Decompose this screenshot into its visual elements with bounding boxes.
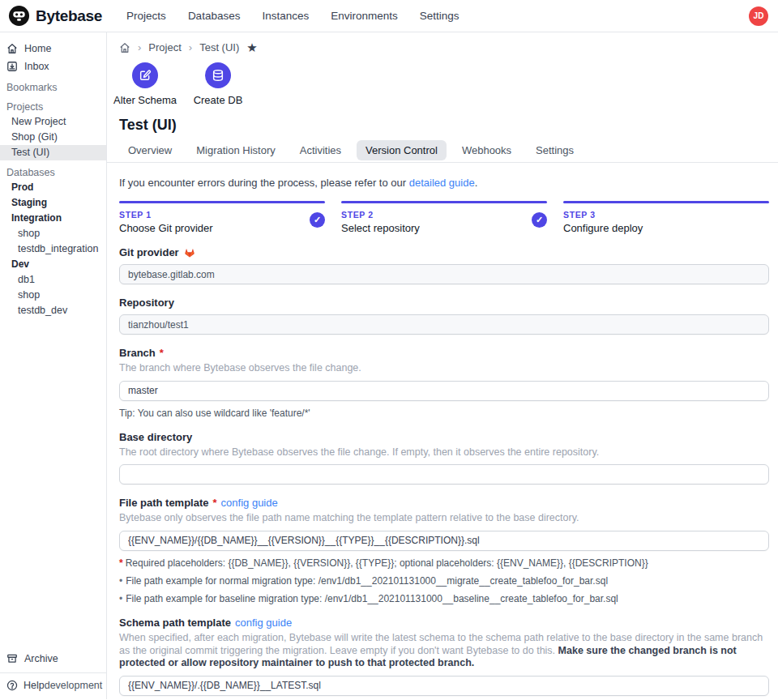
bytebase-logo-icon	[8, 5, 30, 27]
sidebar-db-shop[interactable]: shop	[0, 226, 106, 241]
step-2-title: Select repository	[341, 222, 547, 234]
create-db-button[interactable]: Create DB	[192, 62, 244, 106]
sidebar-item-shop-git[interactable]: Shop (Git)	[0, 130, 106, 145]
edit-square-icon	[139, 69, 152, 82]
repository-label: Repository	[119, 297, 174, 309]
breadcrumb-separator: ›	[138, 41, 141, 53]
branch-field: Branch * The branch where Bytebase obser…	[119, 347, 769, 419]
notice-suffix: .	[475, 177, 478, 189]
alter-schema-button[interactable]: Alter Schema	[119, 62, 171, 106]
bytebase-logo[interactable]: Bytebase	[8, 5, 102, 27]
repository-input	[119, 314, 769, 335]
sidebar-item-label: Inbox	[24, 61, 49, 72]
tab-migration-history[interactable]: Migration History	[187, 140, 284, 160]
sidebar-item-inbox[interactable]: Inbox	[0, 58, 106, 75]
nav-environments[interactable]: Environments	[331, 10, 398, 22]
required-asterisk: *	[213, 497, 217, 509]
tab-webhooks[interactable]: Webhooks	[453, 140, 520, 160]
base-directory-helper: The root directory where Bytebase observ…	[119, 446, 769, 459]
sidebar-db-testdb-integration[interactable]: testdb_integration	[0, 241, 106, 257]
breadcrumb-home-icon[interactable]	[119, 42, 130, 53]
tab-settings[interactable]: Settings	[527, 140, 583, 160]
git-provider-field: Git provider	[119, 246, 769, 284]
notice-text: If you encounter errors during the proce…	[119, 177, 409, 189]
nav-settings[interactable]: Settings	[420, 10, 460, 22]
main-nav: Projects Databases Instances Environment…	[126, 10, 459, 22]
step-1: STEP 1 Choose Git provider ✓	[119, 201, 325, 234]
required-asterisk: *	[160, 347, 164, 359]
version-badge: development	[45, 680, 103, 691]
tab-version-control[interactable]: Version Control	[357, 140, 447, 160]
nav-instances[interactable]: Instances	[262, 10, 309, 22]
sidebar-env-staging[interactable]: Staging	[0, 195, 106, 211]
brand-name: Bytebase	[36, 7, 102, 25]
step-2: STEP 2 Select repository ✓	[341, 201, 547, 234]
step-1-label: STEP 1	[119, 210, 325, 220]
breadcrumb-project[interactable]: Project	[148, 41, 181, 53]
check-circle-icon: ✓	[532, 212, 547, 228]
user-avatar[interactable]: JD	[749, 6, 768, 26]
step-3: STEP 3 Configure deploy	[563, 201, 769, 234]
file-path-note-required: *Required placeholders: {{DB_NAME}}, {{V…	[119, 557, 769, 569]
detailed-guide-link[interactable]: detailed guide	[409, 177, 475, 189]
sidebar: Home Inbox Bookmarks Projects New Projec…	[0, 32, 107, 699]
schema-path-template-input[interactable]	[119, 676, 769, 696]
alter-schema-label: Alter Schema	[113, 94, 177, 106]
inbox-icon	[6, 61, 18, 72]
sidebar-item-archive[interactable]: Archive	[0, 648, 106, 669]
git-provider-label: Git provider	[119, 246, 179, 258]
git-provider-input	[119, 264, 769, 284]
file-path-config-guide-link[interactable]: config guide	[221, 497, 278, 509]
archive-icon	[6, 653, 18, 664]
branch-helper: The branch where Bytebase observes the f…	[119, 362, 769, 375]
page-title: Test (UI)	[119, 117, 768, 134]
gitlab-icon	[183, 246, 196, 258]
breadcrumb-separator: ›	[189, 41, 192, 53]
sidebar-item-help[interactable]: Help	[6, 680, 45, 691]
file-path-template-field: File path template * config guide Byteba…	[119, 497, 769, 604]
check-circle-icon: ✓	[310, 212, 325, 228]
sidebar-env-prod[interactable]: Prod	[0, 180, 106, 195]
favorite-star-icon[interactable]: ★	[246, 41, 257, 53]
repository-field: Repository	[119, 297, 769, 335]
sidebar-item-home[interactable]: Home	[0, 40, 106, 58]
step-2-label: STEP 2	[341, 210, 547, 220]
sidebar-section-bookmarks: Bookmarks	[0, 79, 106, 95]
help-icon	[6, 680, 18, 691]
top-navbar: Bytebase Projects Databases Instances En…	[0, 0, 778, 32]
nav-databases[interactable]: Databases	[188, 10, 241, 22]
sidebar-section-databases: Databases	[0, 164, 106, 180]
tab-overview[interactable]: Overview	[119, 140, 181, 160]
quick-actions: Alter Schema Create DB	[119, 62, 768, 106]
sidebar-item-test-ui[interactable]: Test (UI)	[0, 145, 106, 160]
nav-projects[interactable]: Projects	[126, 10, 166, 22]
archive-label: Archive	[24, 653, 58, 664]
branch-tip: Tip: You can also use wildcard like 'fea…	[119, 408, 769, 419]
file-path-template-label: File path template	[119, 497, 209, 509]
step-3-label: STEP 3	[563, 210, 769, 220]
tab-bar: Overview Migration History Activities Ve…	[119, 140, 768, 160]
breadcrumb-current: Test (UI)	[199, 41, 239, 53]
create-db-label: Create DB	[194, 94, 243, 106]
schema-path-template-field: Schema path template config guide When s…	[119, 617, 769, 699]
base-directory-input[interactable]	[119, 464, 769, 484]
base-directory-label: Base directory	[119, 431, 192, 443]
sidebar-env-dev[interactable]: Dev	[0, 257, 106, 272]
step-1-title: Choose Git provider	[119, 222, 325, 234]
schema-path-config-guide-link[interactable]: config guide	[235, 617, 292, 629]
sidebar-db-testdb-dev[interactable]: testdb_dev	[0, 303, 106, 318]
branch-input[interactable]	[119, 381, 769, 401]
schema-path-template-helper: When specified, after each migration, By…	[119, 632, 769, 670]
home-icon	[6, 43, 18, 54]
sidebar-db-shop-dev[interactable]: shop	[0, 288, 106, 303]
breadcrumb: › Project › Test (UI) ★	[119, 41, 768, 53]
sidebar-env-integration[interactable]: Integration	[0, 211, 106, 226]
sidebar-item-new-project[interactable]: New Project	[0, 114, 106, 130]
step-progress: STEP 1 Choose Git provider ✓ STEP 2 Sele…	[119, 201, 769, 234]
file-path-template-helper: Bytebase only observes the file path nam…	[119, 512, 769, 525]
tab-activities[interactable]: Activities	[291, 140, 350, 160]
branch-label: Branch	[119, 347, 156, 359]
file-path-note-example-normal: •File path example for normal migration …	[119, 575, 769, 587]
sidebar-db-db1[interactable]: db1	[0, 272, 106, 288]
file-path-template-input[interactable]	[119, 531, 769, 551]
